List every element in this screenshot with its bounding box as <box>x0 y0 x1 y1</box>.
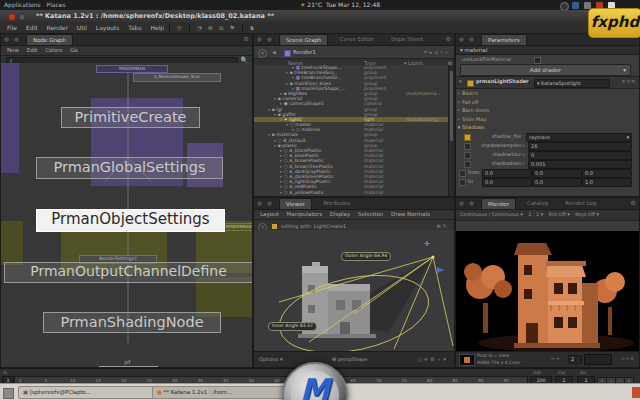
panel-dot-icon[interactable] <box>468 36 475 43</box>
viewer-camera-dropdown[interactable]: ⊞ perspShape <box>332 352 368 367</box>
minimize-button[interactable] <box>18 13 26 21</box>
tab-dope-sheet[interactable]: Dope Sheet <box>385 34 429 44</box>
group-barndoors[interactable]: ‣Barn doors <box>456 106 639 115</box>
tab-attributes[interactable]: Attributes <box>317 198 356 208</box>
panel-dot-icon[interactable] <box>13 36 20 43</box>
monitor-render-view[interactable] <box>456 231 639 352</box>
clear-icon[interactable]: ✕ <box>258 49 267 58</box>
viewer-canvas[interactable]: ✛ Outer Angle 64.94 Inner Angle 63.57 <box>254 230 454 352</box>
anim-toggle[interactable] <box>464 143 471 150</box>
vw-menu-display[interactable]: Display <box>330 210 350 219</box>
buffer-thumbnail[interactable] <box>459 354 475 366</box>
swatch-box[interactable] <box>584 354 612 365</box>
anim-toggle[interactable] <box>464 152 471 159</box>
tab-catalog[interactable]: Catalog <box>521 198 554 208</box>
anim-toggle[interactable] <box>464 161 471 168</box>
tab-node-graph[interactable]: Node Graph <box>26 34 73 45</box>
group-slidemap[interactable]: ‣Slide Map <box>456 115 639 124</box>
menu-util[interactable]: Util <box>77 22 87 33</box>
menu-tabs[interactable]: Tabs <box>128 22 141 33</box>
anim-toggle[interactable] <box>459 170 466 177</box>
viewer-bottom-icons[interactable]: ○✛⚙＋▾ <box>417 352 448 367</box>
panel-dot-icon[interactable] <box>256 36 263 43</box>
os-clock[interactable]: ☀ 21°C Tue Mar 12, 12:48 <box>300 0 380 10</box>
render-toolbar-icon[interactable]: ◔ <box>195 22 204 33</box>
footer-icons[interactable]: ⊙∞⚙ <box>621 356 635 361</box>
panel-dot-icon[interactable] <box>266 200 273 207</box>
close-button[interactable] <box>8 13 16 21</box>
sync-icon[interactable]: ⟳ <box>175 22 184 33</box>
menu-file[interactable]: File <box>7 22 17 33</box>
anim-toggle[interactable] <box>459 179 466 186</box>
taskbar-item-katana[interactable]: ● ** Katana 1.2v1 : /hom... <box>152 386 290 399</box>
os-menu-applications[interactable]: Applications <box>4 0 41 10</box>
menu-layouts[interactable]: Layouts <box>96 22 120 33</box>
menu-help[interactable]: Help <box>150 22 164 33</box>
ng-menu-edit[interactable]: Edit <box>27 46 38 55</box>
snapshot-icon[interactable]: ⧉ <box>217 22 226 33</box>
panel-dot-icon[interactable] <box>256 200 263 207</box>
taskbar-corner[interactable] <box>632 387 640 398</box>
roi-dropdown[interactable]: ROI Off ▾ <box>549 212 570 217</box>
vw-menu-selection[interactable]: Selection <box>358 210 383 219</box>
scrollbar-thumb[interactable] <box>450 71 453 141</box>
lock-icon[interactable]: ⊗ <box>206 22 215 33</box>
tab-viewer[interactable]: Viewer <box>279 198 312 209</box>
group-basics[interactable]: ‣Basics <box>456 89 639 98</box>
node-graph-canvas[interactable]: RENDERMAN A_MaterialShader_Stan RENDERIN… <box>1 63 252 367</box>
panel-gear-icon[interactable]: ⚙ <box>244 35 249 42</box>
taskbar-item-terminal[interactable]: ▣ [sphereofx@PClapto... <box>18 386 156 399</box>
group-falloff[interactable]: ‣Fall off <box>456 98 639 107</box>
panel-gear-icon[interactable]: ⚙ <box>446 35 451 42</box>
panel-dot-icon[interactable] <box>3 36 10 43</box>
back-arrow-icon[interactable]: ◀ <box>272 46 276 58</box>
tab-scene-graph[interactable]: Scene Graph <box>279 34 328 45</box>
tray-display-icon[interactable] <box>572 2 579 9</box>
bg-node[interactable]: A_MaterialShader_Stan <box>133 73 221 82</box>
scene-graph-row[interactable]: ▸ ○ A_yellowPlasticmaterial <box>254 190 449 195</box>
overlay-node-prmanshadingnode[interactable]: PrmanShadingNode <box>43 312 221 333</box>
search-icon[interactable]: 🔍 <box>241 56 249 63</box>
menu-render[interactable]: Render <box>47 22 68 33</box>
panel-dot-icon[interactable] <box>266 36 273 43</box>
infinity-icon[interactable]: ↔ ∞ <box>551 356 560 361</box>
tab-parameters[interactable]: Parameters <box>481 34 526 45</box>
menu-edit[interactable]: Edit <box>26 22 38 33</box>
viewer-options-dropdown[interactable]: Options ▾ <box>259 352 282 367</box>
vw-menu-drawnormals[interactable]: Draw Normals <box>391 210 430 219</box>
material-section-header[interactable]: ▾ material <box>456 46 639 55</box>
tab-monitor[interactable]: Monitor <box>481 198 516 209</box>
panel-gear-icon[interactable]: ⚙ <box>631 199 636 206</box>
ng-menu-colors[interactable]: Colors <box>45 46 62 55</box>
flag-icon[interactable]: ⚑ <box>228 22 237 33</box>
group-shadows[interactable]: ▾Shadows <box>456 123 639 132</box>
shader-type-dropdown[interactable]: ▾ KatanaSpotlight <box>534 79 610 88</box>
show-desktop-icon[interactable] <box>3 388 14 399</box>
ng-menu-new[interactable]: New <box>7 46 19 55</box>
uselookfile-checkbox[interactable] <box>534 57 541 64</box>
overlay-node-prune[interactable]: Prune <box>99 366 158 367</box>
to-field-0[interactable]: 0.0 <box>482 178 532 187</box>
tab-render-log[interactable]: Render Log <box>559 198 602 208</box>
shader-name[interactable]: prmanLightShader <box>476 77 529 86</box>
overlay-node-prmanoutputchanneldefine[interactable]: PrmanOutputChannelDefine <box>4 262 252 283</box>
tab-curve-editor[interactable]: Curve Editor <box>334 34 380 44</box>
render-node-name[interactable]: Render1 <box>293 46 316 58</box>
to-field-1[interactable]: 0.0 <box>532 178 582 187</box>
add-shader-button[interactable]: Add shader▾ <box>460 64 631 76</box>
keys-dropdown[interactable]: Keys Off ▾ <box>575 212 599 217</box>
expander-icon[interactable]: ▾ <box>459 77 462 86</box>
ng-menu-go[interactable]: Go <box>70 46 78 55</box>
panel-dot-icon[interactable] <box>468 200 475 207</box>
panel-dot-icon[interactable] <box>458 200 465 207</box>
tray-input-icon[interactable] <box>584 2 591 9</box>
scene-graph-scrollbar[interactable] <box>448 65 454 196</box>
scene-graph-toolbar-icons[interactable]: ↶▸⊙⌗⌕ <box>423 46 450 58</box>
buffer-count-field[interactable]: 2 <box>568 355 582 364</box>
zoom-dropdown[interactable]: 1 : 1 ▾ <box>528 212 543 217</box>
help-toolbar-icon[interactable]: ♞ <box>247 22 256 33</box>
to-field-2[interactable]: 1.0 <box>582 178 632 187</box>
shader-row-icons[interactable]: ✕↺⊡ <box>621 77 636 86</box>
overlay-node-prmanglobalsettings[interactable]: PrmanGlobalSettings <box>36 157 223 179</box>
bg-node[interactable]: RENDERMAN <box>96 65 168 73</box>
